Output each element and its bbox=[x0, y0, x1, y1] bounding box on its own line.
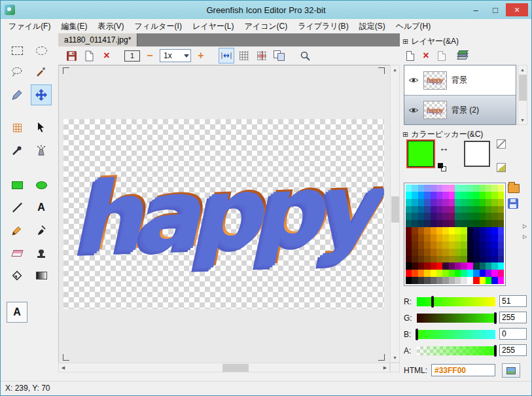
html-color-input[interactable] bbox=[431, 364, 495, 376]
layer-scroll-thumb[interactable] bbox=[519, 75, 527, 101]
palette-swatch[interactable] bbox=[449, 242, 455, 249]
palette-swatch[interactable] bbox=[461, 270, 467, 277]
palette-swatch[interactable] bbox=[480, 249, 486, 256]
palette-swatch[interactable] bbox=[412, 192, 417, 199]
palette-swatch[interactable] bbox=[424, 249, 430, 256]
palette-swatch[interactable] bbox=[406, 227, 412, 234]
palette-swatch[interactable] bbox=[436, 227, 442, 234]
palette-swatch[interactable] bbox=[442, 242, 448, 249]
palette-swatch[interactable] bbox=[442, 185, 448, 192]
tile-view-button[interactable] bbox=[272, 48, 287, 63]
palette-swatch[interactable] bbox=[406, 213, 412, 220]
palette-swatch[interactable] bbox=[442, 249, 448, 256]
palette-swatch[interactable] bbox=[424, 242, 430, 249]
palette-swatch[interactable] bbox=[436, 192, 442, 199]
palette-swatch[interactable] bbox=[455, 234, 461, 242]
palette-swatch[interactable] bbox=[461, 256, 467, 263]
scroll-left-icon[interactable]: ◀ bbox=[59, 363, 67, 372]
palette-swatch[interactable] bbox=[461, 262, 467, 270]
palette-swatch[interactable] bbox=[431, 185, 436, 192]
palette-swatch[interactable] bbox=[486, 192, 491, 199]
panel-expander-icon[interactable]: ▷ bbox=[523, 223, 527, 229]
color-picker-expand-icon[interactable]: ⊞ bbox=[402, 130, 408, 139]
palette-swatch[interactable] bbox=[449, 220, 455, 227]
tool-magic-wand[interactable] bbox=[31, 62, 52, 82]
palette-swatch[interactable] bbox=[412, 220, 417, 227]
palette-swatch[interactable] bbox=[418, 262, 424, 270]
palette-swatch[interactable] bbox=[467, 270, 473, 277]
palette-swatch[interactable] bbox=[486, 185, 491, 192]
palette-swatch[interactable] bbox=[473, 192, 479, 199]
palette-swatch[interactable] bbox=[455, 270, 461, 277]
menu-item-6[interactable]: ライブラリ(B) bbox=[293, 19, 353, 33]
palette-swatch[interactable] bbox=[431, 256, 436, 263]
palette-swatch[interactable] bbox=[412, 270, 417, 277]
palette-swatch[interactable] bbox=[436, 270, 442, 277]
new-layer-button[interactable] bbox=[404, 49, 417, 62]
palette-swatch[interactable] bbox=[467, 234, 473, 242]
palette-swatch[interactable] bbox=[436, 206, 442, 213]
palette-swatch[interactable] bbox=[491, 242, 497, 249]
palette-swatch[interactable] bbox=[455, 242, 461, 249]
palette-swatch[interactable] bbox=[461, 206, 467, 213]
palette-swatch[interactable] bbox=[412, 277, 417, 284]
alpha-slider-thumb[interactable] bbox=[494, 345, 497, 357]
close-image-button[interactable]: × bbox=[99, 48, 115, 63]
alpha-value-input[interactable] bbox=[499, 344, 527, 356]
palette-swatch[interactable] bbox=[412, 234, 417, 242]
menu-item-0[interactable]: ファイル(F) bbox=[3, 19, 56, 33]
red-value-input[interactable] bbox=[499, 295, 527, 307]
tool-eraser[interactable] bbox=[7, 243, 27, 264]
palette-swatch[interactable] bbox=[491, 227, 497, 234]
palette-swatch[interactable] bbox=[418, 277, 424, 284]
palette-swatch[interactable] bbox=[431, 206, 436, 213]
palette-swatch[interactable] bbox=[486, 213, 491, 220]
palette-swatch[interactable] bbox=[473, 206, 479, 213]
palette-swatch[interactable] bbox=[418, 234, 424, 242]
palette-swatch[interactable] bbox=[498, 185, 504, 192]
palette-swatch[interactable] bbox=[449, 270, 455, 277]
palette-swatch[interactable] bbox=[412, 206, 417, 213]
minimize-button[interactable]: – bbox=[467, 3, 485, 16]
palette-swatch[interactable] bbox=[498, 242, 504, 249]
palette-swatch[interactable] bbox=[498, 199, 504, 206]
frame-number-box[interactable]: 1 bbox=[124, 50, 140, 62]
palette-swatch[interactable] bbox=[449, 213, 455, 220]
palette-swatch[interactable] bbox=[480, 270, 486, 277]
palette-swatch[interactable] bbox=[449, 256, 455, 263]
palette-swatch[interactable] bbox=[498, 206, 504, 213]
palette-swatch[interactable] bbox=[491, 256, 497, 263]
palette-swatch[interactable] bbox=[431, 199, 436, 206]
palette-swatch[interactable] bbox=[461, 234, 467, 242]
horizontal-scrollbar[interactable]: ◀ ▶ bbox=[58, 363, 390, 372]
palette-swatch[interactable] bbox=[467, 277, 473, 284]
palette-swatch[interactable] bbox=[449, 277, 455, 284]
tool-pointer[interactable] bbox=[31, 117, 52, 138]
menu-item-1[interactable]: 編集(E) bbox=[56, 19, 92, 33]
merge-layer-button[interactable] bbox=[435, 49, 448, 62]
green-slider[interactable] bbox=[417, 314, 495, 323]
red-slider[interactable] bbox=[417, 297, 495, 306]
palette-swatch[interactable] bbox=[455, 185, 461, 192]
palette-swatch[interactable] bbox=[473, 234, 479, 242]
palette-swatch[interactable] bbox=[418, 199, 424, 206]
palette-swatch[interactable] bbox=[461, 249, 467, 256]
blue-value-input[interactable] bbox=[499, 328, 527, 340]
tool-hotspot[interactable] bbox=[7, 117, 27, 138]
close-button[interactable]: × bbox=[506, 3, 528, 16]
palette-swatch[interactable] bbox=[455, 206, 461, 213]
swap-colors-icon[interactable]: ↔ bbox=[439, 142, 449, 153]
palette-swatch[interactable] bbox=[449, 234, 455, 242]
palette-swatch[interactable] bbox=[418, 227, 424, 234]
tool-clone-stamp[interactable] bbox=[31, 243, 52, 264]
copy-image-button[interactable] bbox=[502, 363, 520, 378]
palette-swatch[interactable] bbox=[455, 220, 461, 227]
palette-swatch[interactable] bbox=[473, 249, 479, 256]
new-image-button[interactable] bbox=[81, 48, 97, 63]
document-tab[interactable]: a1180_011417.jpg* bbox=[58, 33, 137, 46]
palette-swatch[interactable] bbox=[486, 242, 491, 249]
menu-item-8[interactable]: ヘルプ(H) bbox=[391, 19, 436, 33]
palette-swatch[interactable] bbox=[412, 262, 417, 270]
zoom-out-button[interactable]: − bbox=[142, 48, 158, 63]
palette-swatch[interactable] bbox=[491, 270, 497, 277]
